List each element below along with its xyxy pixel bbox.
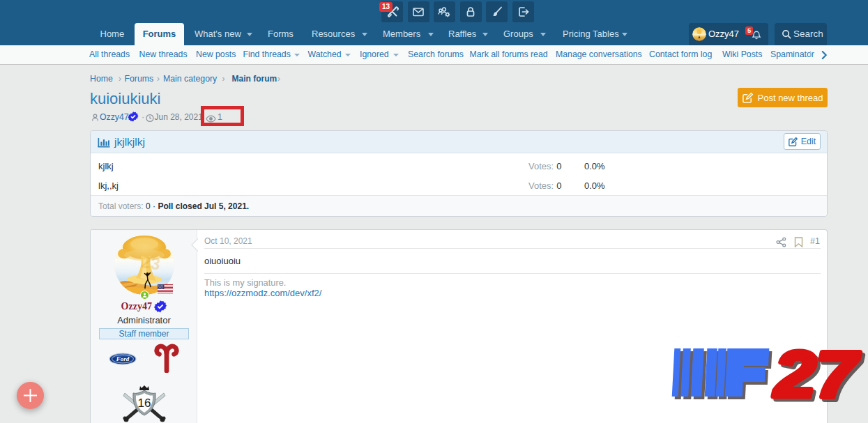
svg-text:23: 23 bbox=[140, 252, 161, 273]
svg-text:27: 27 bbox=[773, 345, 860, 410]
svg-text:16: 16 bbox=[138, 397, 151, 410]
svg-text:Ford: Ford bbox=[116, 355, 130, 362]
